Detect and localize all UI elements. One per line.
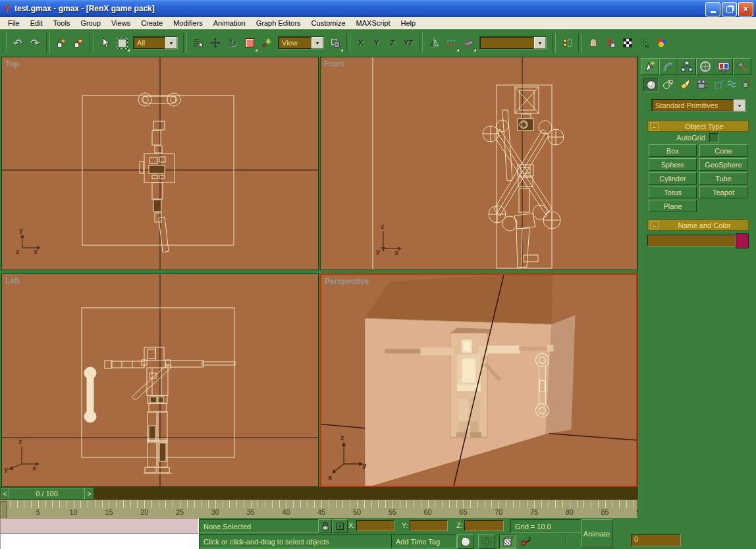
box-mode-button[interactable] bbox=[499, 534, 516, 549]
title-bar[interactable]: ϒ test.gmax - gmax - [RenX game pack] × bbox=[0, 0, 756, 17]
axis-constraint-button[interactable]: YZ bbox=[400, 36, 416, 50]
restore-button[interactable] bbox=[722, 2, 737, 16]
left-viewport-canvas[interactable]: z y x bbox=[2, 274, 318, 486]
chevron-down-icon[interactable]: ▼ bbox=[311, 37, 323, 49]
object-type-button[interactable]: Torus bbox=[649, 186, 697, 198]
use-pivot-center-button[interactable] bbox=[327, 34, 344, 52]
object-type-button[interactable]: Box bbox=[649, 144, 697, 157]
object-color-swatch[interactable] bbox=[736, 233, 749, 248]
align-button[interactable] bbox=[460, 34, 477, 52]
selection-lock-button[interactable] bbox=[318, 519, 332, 533]
tab-display[interactable] bbox=[715, 58, 733, 75]
category-shapes-button[interactable] bbox=[661, 78, 675, 91]
menu-item[interactable]: MAXScript bbox=[351, 18, 396, 28]
tab-motion[interactable] bbox=[696, 58, 715, 75]
chevron-down-icon[interactable]: ▼ bbox=[165, 37, 177, 49]
axis-constraint-button[interactable]: Z bbox=[385, 36, 400, 50]
animate-button[interactable]: Animate bbox=[581, 519, 612, 548]
axis-constraint-button[interactable]: Y bbox=[369, 36, 385, 50]
category-lights-button[interactable] bbox=[678, 78, 692, 91]
viewport-label[interactable]: Front bbox=[324, 59, 344, 69]
object-type-button[interactable]: Tube bbox=[699, 172, 747, 185]
reference-coordinate-dropdown[interactable]: View ▼ bbox=[278, 36, 324, 49]
menu-item[interactable]: Views bbox=[106, 18, 136, 28]
select-and-move-button[interactable] bbox=[207, 34, 224, 52]
time-slider-next-button[interactable]: > bbox=[84, 488, 94, 500]
undo-button[interactable]: ↶ bbox=[9, 34, 26, 52]
chevron-down-icon[interactable]: ▼ bbox=[734, 100, 745, 111]
chevron-down-icon[interactable]: ▼ bbox=[534, 37, 546, 49]
schematic-view-button[interactable] bbox=[585, 34, 602, 52]
close-button[interactable]: × bbox=[738, 2, 753, 16]
menu-item[interactable]: Customize bbox=[306, 18, 351, 28]
character-tools-button[interactable] bbox=[602, 34, 619, 52]
viewport-left[interactable]: Left bbox=[1, 274, 319, 487]
maxscript-listener-field[interactable] bbox=[0, 533, 199, 549]
minimize-button[interactable] bbox=[705, 2, 720, 16]
viewport-label[interactable]: Perspective bbox=[325, 277, 369, 286]
select-and-link-button[interactable] bbox=[53, 34, 70, 52]
time-slider-handle[interactable]: 0 / 100 bbox=[9, 488, 85, 500]
key-mode-button-1[interactable]: 3 bbox=[519, 535, 533, 548]
toolbar-handle[interactable] bbox=[3, 33, 7, 53]
object-id-button[interactable]: ID bbox=[636, 34, 653, 52]
selection-filter-dropdown[interactable]: All ▼ bbox=[133, 36, 178, 49]
menu-item[interactable]: Edit bbox=[25, 18, 48, 28]
track-view-button[interactable] bbox=[558, 34, 576, 52]
front-viewport-canvas[interactable]: z y x bbox=[321, 57, 637, 270]
unlink-selection-button[interactable] bbox=[70, 34, 87, 52]
named-selection-sets-dropdown[interactable]: ▼ bbox=[479, 36, 547, 49]
add-time-tag-button[interactable]: Add Time Tag bbox=[391, 535, 457, 548]
menu-item[interactable]: Help bbox=[396, 18, 421, 28]
degradation-override-button[interactable] bbox=[457, 534, 474, 549]
object-type-button[interactable]: GeoSphere bbox=[699, 158, 747, 171]
perspective-viewport-canvas[interactable]: z x y bbox=[321, 275, 636, 486]
autogrid-checkbox[interactable] bbox=[709, 133, 718, 142]
viewport-top[interactable]: Top y z bbox=[1, 57, 319, 270]
tab-create[interactable] bbox=[641, 58, 659, 75]
category-geometry-button[interactable] bbox=[643, 78, 659, 92]
material-editor-button[interactable] bbox=[619, 34, 636, 52]
category-cameras-button[interactable] bbox=[695, 78, 709, 91]
object-type-button[interactable]: Plane bbox=[649, 200, 697, 212]
time-ruler[interactable]: 5101520253035404550556065707580859095100 bbox=[0, 500, 715, 519]
object-type-rollout-header[interactable]: - Object Type bbox=[647, 121, 749, 132]
axis-constraint-button[interactable]: X bbox=[353, 36, 369, 50]
primitive-category-dropdown[interactable]: Standard Primitives ▼ bbox=[651, 99, 746, 112]
object-type-button[interactable]: Cylinder bbox=[649, 172, 697, 185]
select-object-button[interactable] bbox=[96, 34, 113, 52]
viewport-label[interactable]: Top bbox=[5, 59, 19, 69]
viewport-label[interactable]: Left bbox=[5, 276, 20, 285]
menu-item[interactable]: Animation bbox=[208, 18, 251, 28]
object-name-field[interactable] bbox=[647, 235, 736, 246]
mirror-button[interactable] bbox=[425, 34, 443, 52]
x-coord-field[interactable] bbox=[356, 520, 394, 531]
object-type-button[interactable]: Sphere bbox=[649, 158, 697, 171]
track-bar-frame-indicator[interactable] bbox=[0, 501, 7, 519]
select-and-rotate-button[interactable]: ↻ bbox=[224, 34, 241, 52]
redo-button[interactable]: ↷ bbox=[26, 34, 43, 52]
tab-utilities[interactable] bbox=[733, 58, 751, 75]
selection-region-button[interactable] bbox=[113, 34, 130, 52]
viewport-perspective[interactable]: Perspective bbox=[320, 274, 637, 487]
select-and-manipulate-button[interactable] bbox=[258, 34, 275, 52]
menu-item[interactable]: Group bbox=[75, 18, 106, 28]
current-frame-field[interactable]: 0 bbox=[631, 535, 681, 546]
category-helpers-button[interactable] bbox=[712, 78, 726, 91]
object-type-button[interactable]: Teapot bbox=[699, 186, 747, 198]
category-spacewarps-button[interactable] bbox=[725, 78, 740, 91]
render-button[interactable] bbox=[653, 34, 670, 52]
wireframe-sphere-button[interactable] bbox=[478, 534, 495, 549]
array-button[interactable] bbox=[443, 34, 460, 52]
absolute-offset-toggle[interactable] bbox=[333, 519, 348, 533]
menu-item[interactable]: File bbox=[3, 18, 25, 28]
select-by-name-button[interactable] bbox=[190, 34, 207, 52]
macro-recorder-field[interactable] bbox=[0, 518, 199, 535]
z-coord-field[interactable] bbox=[464, 520, 504, 531]
menu-item[interactable]: Create bbox=[136, 18, 168, 28]
top-viewport-canvas[interactable]: y z x bbox=[2, 57, 318, 270]
y-coord-field[interactable] bbox=[410, 520, 448, 531]
tab-modify[interactable] bbox=[659, 58, 678, 75]
name-color-rollout-header[interactable]: - Name and Color bbox=[647, 219, 749, 231]
menu-item[interactable]: Modifiers bbox=[168, 18, 208, 28]
